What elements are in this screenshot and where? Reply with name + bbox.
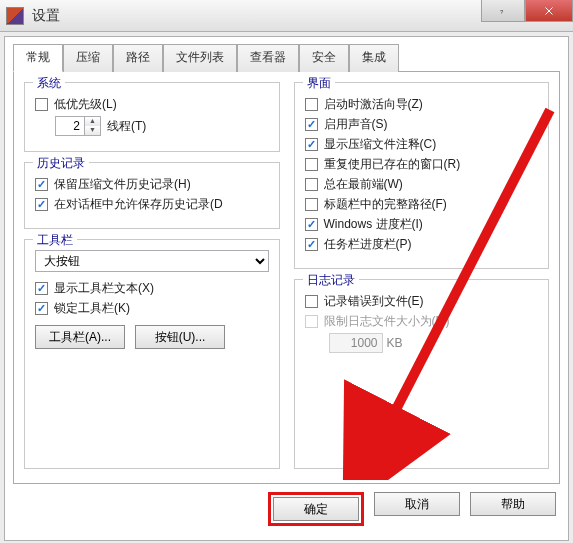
tab-general[interactable]: 常规	[13, 44, 63, 72]
ok-button[interactable]: 确定	[273, 497, 359, 521]
checkbox-on-top[interactable]	[305, 178, 318, 191]
label-sound: 启用声音(S)	[324, 116, 388, 133]
spin-up-icon[interactable]: ▲	[84, 117, 100, 126]
label-allow-save-dialog: 在对话框中允许保存历史记录(D	[54, 196, 223, 213]
label-full-path: 标题栏中的完整路径(F)	[324, 196, 447, 213]
checkbox-low-priority[interactable]	[35, 98, 48, 111]
legend-system: 系统	[33, 75, 65, 92]
legend-interface: 界面	[303, 75, 335, 92]
right-column: 界面 启动时激活向导(Z) 启用声音(S) 显示压缩文件注释(C) 重复使用已存…	[294, 82, 550, 469]
tab-panel: 系统 低优先级(L) ▲▼ 线程(T) 历史记录 保留压缩文件历史	[13, 72, 560, 484]
threads-spinner[interactable]: ▲▼	[55, 116, 101, 136]
tab-compress[interactable]: 压缩	[63, 44, 113, 72]
checkbox-keep-history[interactable]	[35, 178, 48, 191]
ok-highlight: 确定	[268, 492, 364, 526]
checkbox-win-progress[interactable]	[305, 218, 318, 231]
group-toolbar: 工具栏 大按钮 显示工具栏文本(X) 锁定工具栏(K) 工具栏(A)... 按钮…	[24, 239, 280, 469]
checkbox-lock-toolbar[interactable]	[35, 302, 48, 315]
label-win-progress: Windows 进度栏(I)	[324, 216, 423, 233]
spin-down-icon[interactable]: ▼	[84, 126, 100, 135]
group-history: 历史记录 保留压缩文件历史记录(H) 在对话框中允许保存历史记录(D	[24, 162, 280, 229]
tab-security[interactable]: 安全	[299, 44, 349, 72]
checkbox-limit-log	[305, 315, 318, 328]
legend-toolbar: 工具栏	[33, 232, 77, 249]
label-lock-toolbar: 锁定工具栏(K)	[54, 300, 130, 317]
group-system: 系统 低优先级(L) ▲▼ 线程(T)	[24, 82, 280, 152]
label-low-priority: 低优先级(L)	[54, 96, 117, 113]
checkbox-reuse-window[interactable]	[305, 158, 318, 171]
toolbar-config-button[interactable]: 工具栏(A)...	[35, 325, 125, 349]
left-column: 系统 低优先级(L) ▲▼ 线程(T) 历史记录 保留压缩文件历史	[24, 82, 280, 469]
titlebar: 设置 ?	[0, 0, 573, 32]
group-interface: 界面 启动时激活向导(Z) 启用声音(S) 显示压缩文件注释(C) 重复使用已存…	[294, 82, 550, 269]
checkbox-log-errors[interactable]	[305, 295, 318, 308]
log-size-value: 1000	[329, 333, 383, 353]
label-on-top: 总在最前端(W)	[324, 176, 403, 193]
dialog-buttons: 确定 取消 帮助	[13, 492, 560, 526]
label-log-errors: 记录错误到文件(E)	[324, 293, 424, 310]
label-keep-history: 保留压缩文件历史记录(H)	[54, 176, 191, 193]
toolbar-size-combo[interactable]: 大按钮	[35, 250, 269, 272]
label-reuse-window: 重复使用已存在的窗口(R)	[324, 156, 461, 173]
help-dialog-button[interactable]: 帮助	[470, 492, 556, 516]
help-button[interactable]: ?	[481, 0, 525, 22]
group-log: 日志记录 记录错误到文件(E) 限制日志文件大小为(M) 1000 KB	[294, 279, 550, 469]
label-comment: 显示压缩文件注释(C)	[324, 136, 437, 153]
window-title: 设置	[32, 7, 60, 25]
cancel-button[interactable]: 取消	[374, 492, 460, 516]
close-button[interactable]	[525, 0, 573, 22]
checkbox-wizard[interactable]	[305, 98, 318, 111]
log-size-unit: KB	[387, 336, 403, 350]
label-show-toolbar-text: 显示工具栏文本(X)	[54, 280, 154, 297]
checkbox-taskbar-progress[interactable]	[305, 238, 318, 251]
tab-path[interactable]: 路径	[113, 44, 163, 72]
threads-input[interactable]	[56, 119, 84, 133]
legend-log: 日志记录	[303, 272, 359, 289]
tab-viewer[interactable]: 查看器	[237, 44, 299, 72]
dialog: 常规 压缩 路径 文件列表 查看器 安全 集成 系统 低优先级(L) ▲▼	[4, 36, 569, 541]
checkbox-comment[interactable]	[305, 138, 318, 151]
window-buttons: ?	[481, 0, 573, 22]
checkbox-allow-save-dialog[interactable]	[35, 198, 48, 211]
question-icon: ?	[497, 5, 509, 17]
close-icon	[543, 5, 555, 17]
svg-text:?: ?	[500, 9, 504, 15]
label-threads: 线程(T)	[107, 118, 146, 135]
label-limit-log: 限制日志文件大小为(M)	[324, 313, 450, 330]
checkbox-full-path[interactable]	[305, 198, 318, 211]
checkbox-show-toolbar-text[interactable]	[35, 282, 48, 295]
tabs: 常规 压缩 路径 文件列表 查看器 安全 集成	[13, 43, 560, 72]
label-wizard: 启动时激活向导(Z)	[324, 96, 423, 113]
app-icon	[6, 7, 24, 25]
label-taskbar-progress: 任务栏进度栏(P)	[324, 236, 412, 253]
tab-filelist[interactable]: 文件列表	[163, 44, 237, 72]
legend-history: 历史记录	[33, 155, 89, 172]
checkbox-sound[interactable]	[305, 118, 318, 131]
tab-integration[interactable]: 集成	[349, 44, 399, 72]
button-config-button[interactable]: 按钮(U)...	[135, 325, 225, 349]
